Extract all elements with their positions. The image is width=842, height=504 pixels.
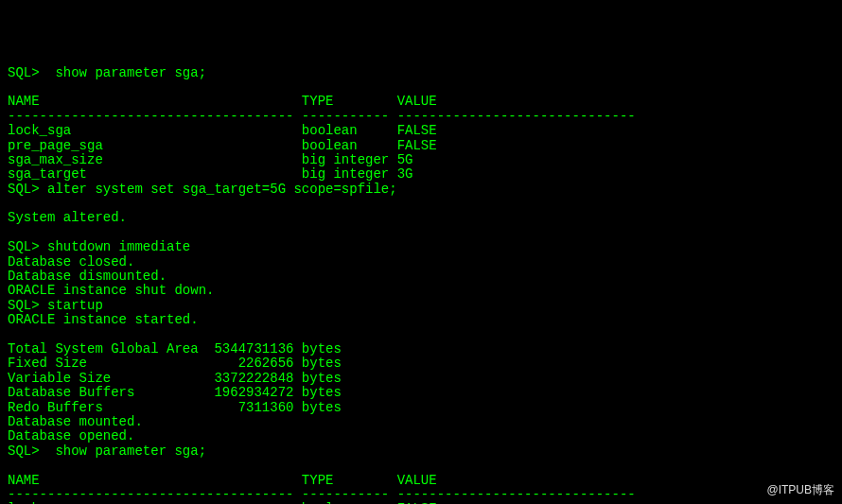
output-line: ------------------------------------ ---… — [8, 110, 834, 124]
output-line: Database mounted. — [8, 415, 834, 429]
output-line — [8, 328, 834, 342]
output-line — [8, 226, 834, 240]
output-line: NAME TYPE VALUE — [8, 474, 834, 488]
output-line: Database dismounted. — [8, 269, 834, 284]
output-line: SQL> alter system set sga_target=5G scop… — [8, 182, 834, 197]
output-line: ORACLE instance started. — [8, 313, 834, 327]
output-line: Total System Global Area 5344731136 byte… — [8, 342, 834, 356]
output-line: ------------------------------------ ---… — [8, 488, 834, 502]
output-line: SQL> show parameter sga; — [8, 66, 834, 80]
output-line: lock_sga boolean FALSE — [8, 124, 834, 138]
watermark-label: @ITPUB博客 — [766, 484, 834, 496]
output-line: Database Buffers 1962934272 bytes — [8, 386, 834, 400]
output-line — [8, 197, 834, 211]
output-line: Database opened. — [8, 429, 834, 443]
output-line: Fixed Size 2262656 bytes — [8, 356, 834, 371]
output-line — [8, 459, 834, 473]
output-line: System altered. — [8, 211, 834, 225]
output-line — [8, 80, 834, 95]
output-line: ORACLE instance shut down. — [8, 284, 834, 298]
output-line: Database closed. — [8, 255, 834, 269]
output-line: NAME TYPE VALUE — [8, 95, 834, 109]
output-line: SQL> show parameter sga; — [8, 444, 834, 459]
output-line: pre_page_sga boolean FALSE — [8, 139, 834, 153]
output-line: sga_target big integer 3G — [8, 167, 834, 182]
output-line: Redo Buffers 7311360 bytes — [8, 401, 834, 415]
output-line: sga_max_size big integer 5G — [8, 153, 834, 167]
output-line: Variable Size 3372222848 bytes — [8, 372, 834, 386]
output-line: SQL> shutdown immediate — [8, 240, 834, 254]
output-line: SQL> startup — [8, 299, 834, 313]
terminal-output[interactable]: SQL> show parameter sga; NAME TYPE VALUE… — [8, 66, 834, 504]
